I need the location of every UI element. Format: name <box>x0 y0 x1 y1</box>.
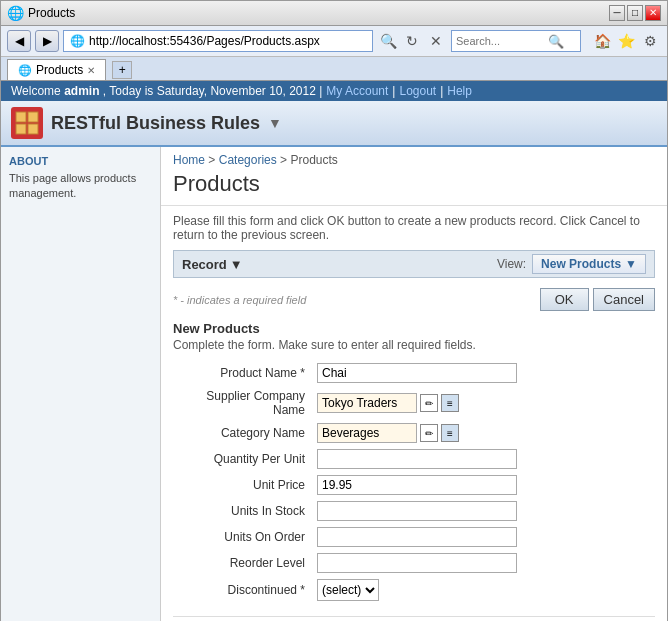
units-in-stock-input[interactable] <box>317 501 517 521</box>
tab-close-icon[interactable]: ✕ <box>87 65 95 76</box>
table-row: Discontinued * (select) Yes No <box>173 576 655 604</box>
category-lookup: Beverages ✏ ≡ <box>317 423 651 443</box>
search-icon[interactable]: 🔍 <box>377 30 399 52</box>
welcome-text: Welcome admin , Today is Saturday, Novem… <box>11 84 322 98</box>
svg-rect-2 <box>16 124 26 134</box>
my-account-link[interactable]: My Account <box>326 84 388 98</box>
form-section-title: New Products <box>173 321 655 336</box>
units-on-order-input[interactable] <box>317 527 517 547</box>
field-label-product-name: Product Name * <box>173 360 313 386</box>
window-title: Products <box>28 6 75 20</box>
cancel-button-top[interactable]: Cancel <box>593 288 655 311</box>
field-table: Product Name * Supplier Company Name <box>173 360 655 604</box>
form-section-desc: Complete the form. Make sure to enter al… <box>173 338 655 352</box>
app-logo <box>11 107 43 139</box>
field-label-order: Units On Order <box>173 524 313 550</box>
new-tab-button[interactable]: + <box>112 61 132 79</box>
field-cell-supplier: Tokyo Traders ✏ ≡ <box>313 386 655 420</box>
sidebar-about-heading: ABOUT <box>9 155 152 167</box>
products-tab[interactable]: 🌐 Products ✕ <box>7 59 106 80</box>
table-row: Unit Price <box>173 472 655 498</box>
breadcrumb-sep2: > <box>280 153 287 167</box>
supplier-value: Tokyo Traders <box>317 393 417 413</box>
table-row: Reorder Level <box>173 550 655 576</box>
record-button[interactable]: Record ▼ <box>182 257 243 272</box>
reorder-level-input[interactable] <box>317 553 517 573</box>
view-value: New Products <box>541 257 621 271</box>
close-btn[interactable]: ✕ <box>645 5 661 21</box>
product-name-input[interactable] <box>317 363 517 383</box>
supplier-select-btn[interactable]: ≡ <box>441 394 459 412</box>
breadcrumb-home[interactable]: Home <box>173 153 205 167</box>
form-intro: Please fill this form and click OK butto… <box>173 214 655 242</box>
table-row: Category Name Beverages ✏ ≡ <box>173 420 655 446</box>
logout-link[interactable]: Logout <box>399 84 436 98</box>
table-row: Quantity Per Unit <box>173 446 655 472</box>
nav-icons: 🔍 ↻ ✕ <box>377 30 447 52</box>
category-select-btn[interactable]: ≡ <box>441 424 459 442</box>
nav-bar: ◀ ▶ 🌐 http://localhost:55436/Pages/Produ… <box>1 26 667 57</box>
username-text: admin <box>64 84 99 98</box>
tab-label: Products <box>36 63 83 77</box>
form-container: Please fill this form and click OK butto… <box>161 206 667 621</box>
breadcrumb-sep1: > <box>208 153 215 167</box>
quantity-per-unit-input[interactable] <box>317 449 517 469</box>
table-row: Product Name * <box>173 360 655 386</box>
field-cell-reorder <box>313 550 655 576</box>
restore-btn[interactable]: □ <box>627 5 643 21</box>
sidebar-about-text: This page allows products management. <box>9 171 152 202</box>
forward-button[interactable]: ▶ <box>35 30 59 52</box>
stop-icon[interactable]: ✕ <box>425 30 447 52</box>
tab-bar: 🌐 Products ✕ + <box>1 57 667 81</box>
tab-icon: 🌐 <box>18 64 32 77</box>
discontinued-select[interactable]: (select) Yes No <box>317 579 379 601</box>
bottom-action-bar: * - indicates a required field OK Cancel <box>173 616 655 621</box>
svg-rect-3 <box>28 124 38 134</box>
field-cell-price <box>313 472 655 498</box>
star-icon[interactable]: ⭐ <box>615 30 637 52</box>
tools-icon[interactable]: ⚙ <box>639 30 661 52</box>
url-text: http://localhost:55436/Pages/Products.as… <box>89 34 320 48</box>
help-link[interactable]: Help <box>447 84 472 98</box>
home-icon[interactable]: 🏠 <box>591 30 613 52</box>
top-bar: Welcome admin , Today is Saturday, Novem… <box>1 81 667 101</box>
page-content: Welcome admin , Today is Saturday, Novem… <box>1 81 667 621</box>
address-bar[interactable]: 🌐 http://localhost:55436/Pages/Products.… <box>63 30 373 52</box>
unit-price-input[interactable] <box>317 475 517 495</box>
ok-button-top[interactable]: OK <box>540 288 589 311</box>
supplier-lookup: Tokyo Traders ✏ ≡ <box>317 393 651 413</box>
content-area: Home > Categories > Products Products Pl… <box>161 147 667 621</box>
ok-cancel-bar-top: OK Cancel <box>540 288 655 311</box>
refresh-icon[interactable]: ↻ <box>401 30 423 52</box>
field-cell-product-name <box>313 360 655 386</box>
field-cell-order <box>313 524 655 550</box>
supplier-edit-btn[interactable]: ✏ <box>420 394 438 412</box>
page-title: Products <box>161 169 667 206</box>
breadcrumb-categories[interactable]: Categories <box>219 153 277 167</box>
search-box[interactable]: 🔍 <box>451 30 581 52</box>
app-header: RESTful Business Rules ▼ <box>1 101 667 147</box>
ie-icon: 🌐 <box>7 5 24 21</box>
category-value: Beverages <box>317 423 417 443</box>
field-label-reorder: Reorder Level <box>173 550 313 576</box>
svg-rect-0 <box>16 112 26 122</box>
category-edit-btn[interactable]: ✏ <box>420 424 438 442</box>
ie-small-icon: 🌐 <box>70 34 85 48</box>
field-label-price: Unit Price <box>173 472 313 498</box>
field-label-category: Category Name <box>173 420 313 446</box>
view-button[interactable]: New Products ▼ <box>532 254 646 274</box>
view-area: View: New Products ▼ <box>497 254 646 274</box>
main-layout: ABOUT This page allows products manageme… <box>1 147 667 621</box>
back-button[interactable]: ◀ <box>7 30 31 52</box>
app-title-dropdown-arrow[interactable]: ▼ <box>268 115 282 131</box>
record-label: Record <box>182 257 227 272</box>
field-cell-category: Beverages ✏ ≡ <box>313 420 655 446</box>
field-cell-discontinued: (select) Yes No <box>313 576 655 604</box>
field-label-stock: Units In Stock <box>173 498 313 524</box>
window-controls[interactable]: ─ □ ✕ <box>609 5 661 21</box>
title-bar-left: 🌐 Products <box>7 5 75 21</box>
search-input[interactable] <box>456 35 546 47</box>
logo-icon <box>15 111 39 135</box>
minimize-btn[interactable]: ─ <box>609 5 625 21</box>
field-label-qty: Quantity Per Unit <box>173 446 313 472</box>
